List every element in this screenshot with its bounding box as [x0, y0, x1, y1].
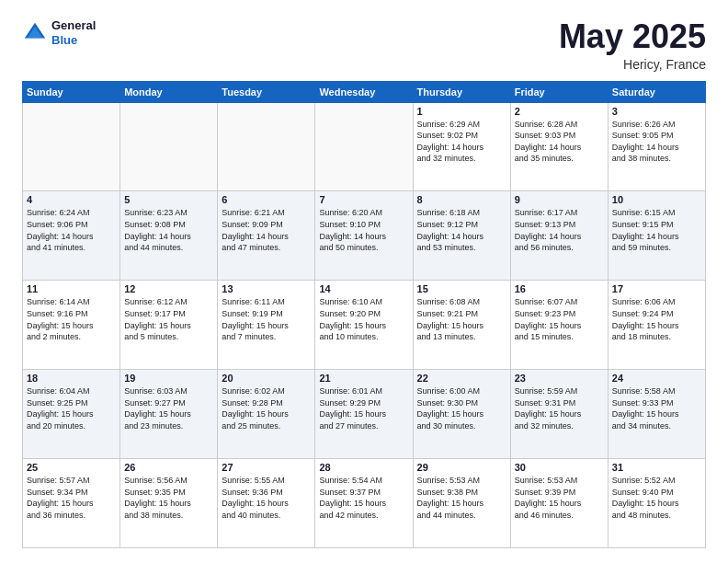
day-number: 8 [417, 194, 506, 205]
day-info: Sunrise: 6:12 AMSunset: 9:17 PMDaylight:… [124, 296, 213, 342]
day-info: Sunrise: 6:14 AMSunset: 9:16 PMDaylight:… [27, 296, 116, 342]
col-monday: Monday [120, 81, 218, 102]
calendar-week-row: 4Sunrise: 6:24 AMSunset: 9:06 PMDaylight… [23, 191, 706, 281]
day-number: 16 [515, 283, 604, 294]
table-row: 31Sunrise: 5:52 AMSunset: 9:40 PMDayligh… [608, 459, 705, 548]
location: Hericy, France [559, 57, 706, 72]
calendar-week-row: 1Sunrise: 6:29 AMSunset: 9:02 PMDaylight… [23, 102, 706, 191]
table-row: 17Sunrise: 6:06 AMSunset: 9:24 PMDayligh… [608, 281, 705, 370]
table-row: 18Sunrise: 6:04 AMSunset: 9:25 PMDayligh… [23, 370, 120, 459]
day-number: 6 [222, 194, 311, 205]
table-row: 14Sunrise: 6:10 AMSunset: 9:20 PMDayligh… [315, 281, 413, 370]
col-tuesday: Tuesday [218, 81, 315, 102]
day-number: 17 [612, 283, 701, 294]
day-number: 10 [612, 194, 701, 205]
table-row: 30Sunrise: 5:53 AMSunset: 9:39 PMDayligh… [510, 459, 608, 548]
table-row: 8Sunrise: 6:18 AMSunset: 9:12 PMDaylight… [413, 191, 510, 281]
day-number: 19 [124, 373, 213, 384]
day-info: Sunrise: 5:59 AMSunset: 9:31 PMDaylight:… [515, 385, 604, 431]
day-info: Sunrise: 6:03 AMSunset: 9:27 PMDaylight:… [124, 385, 213, 431]
col-saturday: Saturday [608, 81, 705, 102]
col-sunday: Sunday [23, 81, 120, 102]
day-number: 1 [417, 106, 506, 117]
table-row: 28Sunrise: 5:54 AMSunset: 9:37 PMDayligh… [315, 459, 413, 548]
table-row: 4Sunrise: 6:24 AMSunset: 9:06 PMDaylight… [23, 191, 120, 281]
table-row: 20Sunrise: 6:02 AMSunset: 9:28 PMDayligh… [218, 370, 315, 459]
table-row [120, 102, 218, 191]
col-thursday: Thursday [413, 81, 510, 102]
day-number: 23 [515, 373, 604, 384]
day-info: Sunrise: 6:11 AMSunset: 9:19 PMDaylight:… [222, 296, 311, 342]
day-number: 13 [222, 283, 311, 294]
table-row: 19Sunrise: 6:03 AMSunset: 9:27 PMDayligh… [120, 370, 218, 459]
table-row: 24Sunrise: 5:58 AMSunset: 9:33 PMDayligh… [608, 370, 705, 459]
table-row: 13Sunrise: 6:11 AMSunset: 9:19 PMDayligh… [218, 281, 315, 370]
table-row: 1Sunrise: 6:29 AMSunset: 9:02 PMDaylight… [413, 102, 510, 191]
day-number: 5 [124, 194, 213, 205]
day-number: 15 [417, 283, 506, 294]
day-number: 7 [319, 194, 408, 205]
day-info: Sunrise: 6:08 AMSunset: 9:21 PMDaylight:… [417, 296, 506, 342]
table-row: 25Sunrise: 5:57 AMSunset: 9:34 PMDayligh… [23, 459, 120, 548]
month-title: May 2025 [559, 18, 706, 55]
day-number: 21 [319, 373, 408, 384]
day-info: Sunrise: 6:21 AMSunset: 9:09 PMDaylight:… [222, 207, 311, 253]
table-row: 29Sunrise: 5:53 AMSunset: 9:38 PMDayligh… [413, 459, 510, 548]
day-info: Sunrise: 6:10 AMSunset: 9:20 PMDaylight:… [319, 296, 408, 342]
logo-text: General Blue [51, 18, 96, 47]
day-number: 26 [124, 462, 213, 473]
page: General Blue May 2025 Hericy, France Sun… [0, 0, 728, 563]
day-info: Sunrise: 6:07 AMSunset: 9:23 PMDaylight:… [515, 296, 604, 342]
day-info: Sunrise: 6:24 AMSunset: 9:06 PMDaylight:… [27, 207, 116, 253]
col-friday: Friday [510, 81, 608, 102]
calendar-header-row: Sunday Monday Tuesday Wednesday Thursday… [23, 81, 706, 102]
logo: General Blue [22, 18, 96, 47]
day-number: 12 [124, 283, 213, 294]
table-row: 12Sunrise: 6:12 AMSunset: 9:17 PMDayligh… [120, 281, 218, 370]
day-number: 28 [319, 462, 408, 473]
day-info: Sunrise: 5:53 AMSunset: 9:39 PMDaylight:… [515, 475, 604, 521]
col-wednesday: Wednesday [315, 81, 413, 102]
table-row: 27Sunrise: 5:55 AMSunset: 9:36 PMDayligh… [218, 459, 315, 548]
day-number: 11 [27, 283, 116, 294]
day-number: 29 [417, 462, 506, 473]
day-number: 25 [27, 462, 116, 473]
day-info: Sunrise: 5:52 AMSunset: 9:40 PMDaylight:… [612, 475, 701, 521]
title-block: May 2025 Hericy, France [559, 18, 706, 72]
calendar-week-row: 11Sunrise: 6:14 AMSunset: 9:16 PMDayligh… [23, 281, 706, 370]
table-row [315, 102, 413, 191]
calendar-week-row: 18Sunrise: 6:04 AMSunset: 9:25 PMDayligh… [23, 370, 706, 459]
day-info: Sunrise: 6:00 AMSunset: 9:30 PMDaylight:… [417, 385, 506, 431]
header: General Blue May 2025 Hericy, France [22, 18, 706, 72]
table-row: 6Sunrise: 6:21 AMSunset: 9:09 PMDaylight… [218, 191, 315, 281]
day-number: 24 [612, 373, 701, 384]
table-row: 16Sunrise: 6:07 AMSunset: 9:23 PMDayligh… [510, 281, 608, 370]
day-info: Sunrise: 5:58 AMSunset: 9:33 PMDaylight:… [612, 385, 701, 431]
table-row: 26Sunrise: 5:56 AMSunset: 9:35 PMDayligh… [120, 459, 218, 548]
calendar-table: Sunday Monday Tuesday Wednesday Thursday… [22, 81, 706, 548]
day-info: Sunrise: 6:01 AMSunset: 9:29 PMDaylight:… [319, 385, 408, 431]
day-info: Sunrise: 6:26 AMSunset: 9:05 PMDaylight:… [612, 119, 701, 165]
day-info: Sunrise: 6:04 AMSunset: 9:25 PMDaylight:… [27, 385, 116, 431]
table-row: 5Sunrise: 6:23 AMSunset: 9:08 PMDaylight… [120, 191, 218, 281]
day-info: Sunrise: 5:56 AMSunset: 9:35 PMDaylight:… [124, 475, 213, 521]
day-number: 31 [612, 462, 701, 473]
day-info: Sunrise: 6:23 AMSunset: 9:08 PMDaylight:… [124, 207, 213, 253]
table-row: 21Sunrise: 6:01 AMSunset: 9:29 PMDayligh… [315, 370, 413, 459]
table-row: 10Sunrise: 6:15 AMSunset: 9:15 PMDayligh… [608, 191, 705, 281]
table-row: 3Sunrise: 6:26 AMSunset: 9:05 PMDaylight… [608, 102, 705, 191]
table-row: 2Sunrise: 6:28 AMSunset: 9:03 PMDaylight… [510, 102, 608, 191]
day-info: Sunrise: 6:17 AMSunset: 9:13 PMDaylight:… [515, 207, 604, 253]
day-number: 3 [612, 106, 701, 117]
day-number: 2 [515, 106, 604, 117]
day-info: Sunrise: 6:02 AMSunset: 9:28 PMDaylight:… [222, 385, 311, 431]
table-row: 23Sunrise: 5:59 AMSunset: 9:31 PMDayligh… [510, 370, 608, 459]
day-info: Sunrise: 5:54 AMSunset: 9:37 PMDaylight:… [319, 475, 408, 521]
day-number: 18 [27, 373, 116, 384]
table-row: 15Sunrise: 6:08 AMSunset: 9:21 PMDayligh… [413, 281, 510, 370]
day-number: 4 [27, 194, 116, 205]
day-info: Sunrise: 6:15 AMSunset: 9:15 PMDaylight:… [612, 207, 701, 253]
day-number: 22 [417, 373, 506, 384]
day-info: Sunrise: 5:55 AMSunset: 9:36 PMDaylight:… [222, 475, 311, 521]
day-number: 14 [319, 283, 408, 294]
